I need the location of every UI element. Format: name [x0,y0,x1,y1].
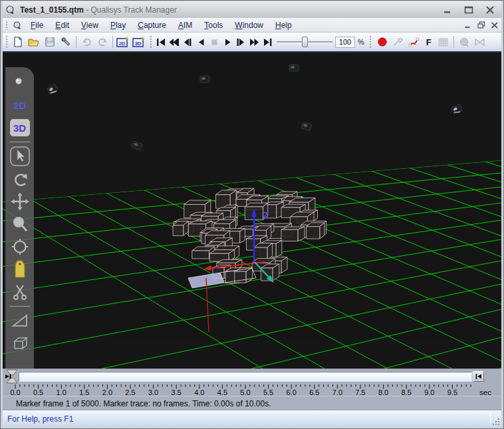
playback-speed-slider[interactable] [275,35,334,49]
step-forward-icon [236,38,245,47]
camera-model[interactable] [200,76,209,82]
move-icon [11,192,29,211]
cut-tool-button[interactable] [9,282,31,302]
title-bar: Test_1_0155.qtm - Qualisys Track Manager [3,1,501,18]
menu-play[interactable]: Play [104,19,132,31]
minimize-icon [464,22,472,29]
play-reverse-button[interactable] [194,35,207,49]
menu-edit[interactable]: Edit [49,19,75,31]
cube-icon [11,334,29,353]
force-data-button[interactable]: F [422,35,436,49]
restore-icon [477,21,485,29]
step-back-button[interactable] [181,35,194,49]
statusbar-separator [490,414,491,424]
goto-first-frame-button[interactable] [154,35,168,49]
reprocess-button[interactable] [390,35,406,49]
ruler-triangle-icon [11,312,29,329]
window-minimize-button[interactable] [439,5,456,15]
fast-rewind-icon [169,38,180,47]
menu-file[interactable]: File [25,19,49,31]
3d-scene[interactable]: Z [3,53,501,368]
camera-model[interactable] [47,84,59,95]
marker-icon [13,75,27,90]
trajectory-editor-button[interactable] [406,35,422,49]
force-label: F [426,37,432,47]
range-end-handle[interactable] [473,371,484,382]
close-icon [491,22,499,29]
translate-tool-button[interactable] [9,192,31,212]
toolbar-grip-2[interactable] [149,35,152,49]
document-title: Test_1_0155.qtm [20,5,84,15]
bone-tool-button[interactable] [472,35,488,49]
marker-tool-button[interactable] [9,72,31,92]
tick-label: 7.0 [332,388,342,396]
project-options-button[interactable] [58,35,74,49]
fast-forward-icon [249,38,259,47]
fast-forward-button[interactable] [247,35,261,49]
open-2d-view-button[interactable]: 2D [115,35,131,49]
menu-bar: FileEditViewPlayCaptureAIMToolsWindowHel… [3,18,501,33]
slider-thumb[interactable] [302,37,308,47]
rotate-tool-button[interactable] [9,237,31,257]
menu-view[interactable]: View [75,19,104,31]
document-close-button[interactable] [488,20,501,30]
timeline-panel: 0.00.51.01.52.02.53.03.54.04.55.05.56.06… [3,368,501,410]
sphere-tool-button[interactable] [456,35,472,49]
document-restore-button[interactable] [475,20,488,30]
redo-button[interactable] [94,35,110,49]
toolbar-grip[interactable] [5,35,8,49]
stop-button[interactable] [207,35,221,49]
sidebar-2d-button[interactable]: 2D [9,95,31,115]
timeline-track[interactable] [19,372,472,382]
step-forward-button[interactable] [234,35,247,49]
tick-label: 5.5 [263,388,273,396]
playhead-handle[interactable] [4,369,20,384]
fast-rewind-button[interactable] [168,35,181,49]
new-file-button[interactable] [10,35,26,49]
window-close-button[interactable] [481,5,499,15]
open-3d-view-button[interactable]: 3D [131,35,147,49]
scissors-icon [11,283,29,301]
measure-tool-button[interactable] [9,311,31,331]
z-axis-label: Z [263,210,269,220]
camera-model[interactable] [451,104,463,115]
tick-label: 0.0 [10,388,20,396]
tick-label: 7.5 [355,388,365,396]
menubar-grip[interactable] [5,20,8,30]
camera-model[interactable] [301,122,312,130]
playback-speed-input[interactable]: 100 [335,37,355,48]
camera-model[interactable] [132,141,143,150]
camera-model[interactable] [289,65,299,71]
toolbar-grip-3[interactable] [369,35,372,49]
goto-last-frame-button[interactable] [261,35,274,49]
tick-label: 0.5 [33,388,43,396]
window-maximize-button[interactable] [460,5,477,15]
menu-window[interactable]: Window [229,19,269,31]
document-minimize-button[interactable] [461,20,475,30]
menu-capture[interactable]: Capture [132,19,172,31]
play-button[interactable] [221,35,234,49]
tick-label: 1.5 [79,388,89,396]
label-tool-button[interactable] [9,259,31,279]
capture-button[interactable] [374,35,390,49]
zoom-tool-button[interactable] [9,214,31,234]
undo-button[interactable] [78,35,94,49]
save-button[interactable] [42,35,58,49]
menu-aim[interactable]: AIM [172,19,198,31]
volume-tool-button[interactable] [9,333,31,353]
sphere-icon [459,37,469,47]
resize-grip[interactable] [491,417,501,426]
marker-frame-status: Marker frame 1 of 5000. Marker trace: no… [16,399,271,408]
3d-viewport[interactable]: Z 2D 3D [3,53,501,368]
open-file-button[interactable] [26,35,42,49]
goto-end-icon [263,38,273,47]
timeline-ruler[interactable]: 0.00.51.01.52.02.53.03.54.04.55.05.56.06… [3,384,501,396]
orbit-undo-tool-button[interactable] [9,169,31,189]
menu-help[interactable]: Help [269,19,298,31]
select-tool-button[interactable] [10,146,30,166]
range-end-icon [475,373,483,380]
sidebar-3d-button[interactable]: 3D [9,118,31,138]
tick-label: 6.0 [287,388,297,396]
menu-tools[interactable]: Tools [198,19,229,31]
data-grid-button[interactable] [436,35,451,49]
